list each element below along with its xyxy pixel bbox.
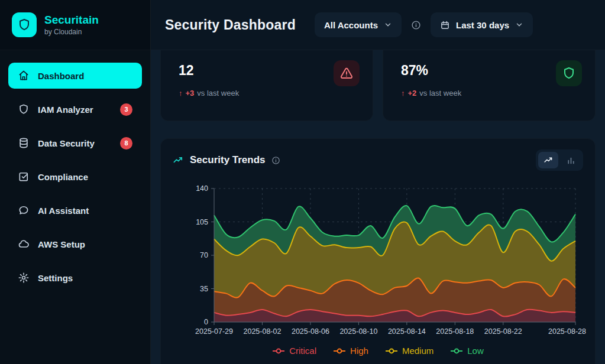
home-icon (18, 70, 30, 82)
delta-value: +3 (186, 89, 195, 98)
content-scroll-area[interactable]: 12 ↑ +3 vs last week 87% ↑ +2 vs last we… (151, 50, 605, 364)
chevron-down-icon (515, 21, 523, 29)
sidebar-item-dashboard[interactable]: Dashboard (8, 63, 142, 89)
x-axis-tick-label: 2025-08-18 (436, 327, 474, 336)
x-axis-tick-label: 2025-08-06 (292, 327, 329, 336)
securitain-logo-icon (12, 12, 37, 37)
delta-caption: vs last week (197, 89, 239, 98)
x-axis-tick-label: 2025-08-14 (388, 327, 426, 336)
sidebar-item-label: IAM Analyzer (38, 105, 93, 115)
security-trends-chart: 035701051402025-07-292025-08-022025-08-0… (214, 188, 575, 322)
sidebar-item-compliance[interactable]: Compliance (8, 164, 142, 190)
legend-label: Low (467, 346, 484, 356)
stat-value: 87% (401, 63, 582, 79)
date-range-dropdown[interactable]: Last 30 days (431, 12, 533, 37)
arrow-up-icon: ↑ (401, 89, 405, 98)
sidebar-item-settings[interactable]: Settings (8, 265, 142, 291)
stat-value: 12 (179, 63, 360, 79)
account-filter-label: All Accounts (324, 20, 378, 30)
y-axis-tick-label: 0 (204, 318, 208, 326)
arrow-up-icon: ↑ (179, 89, 183, 98)
y-axis-tick-label: 70 (200, 251, 208, 259)
stats-row: 12 ↑ +3 vs last week 87% ↑ +2 vs last we… (160, 50, 596, 121)
delta-value: +2 (408, 89, 417, 98)
x-axis-tick-label: 2025-07-29 (195, 327, 233, 336)
check-square-icon (18, 171, 30, 183)
legend-marker-icon (333, 347, 346, 355)
chevron-down-icon (384, 21, 392, 29)
x-axis-tick-label: 2025-08-10 (339, 327, 377, 336)
brand-text: Securitain by Cloudain (44, 14, 99, 36)
calendar-icon (440, 20, 450, 30)
sidebar-item-label: AI Assistant (38, 206, 89, 216)
legend-item-medium[interactable]: Medium (385, 346, 433, 356)
legend-marker-icon (450, 347, 463, 355)
x-axis-tick-label: 2025-08-22 (484, 327, 522, 336)
info-icon[interactable] (271, 156, 280, 165)
alert-triangle-icon (334, 60, 360, 86)
sidebar-item-ai-assistant[interactable]: AI Assistant (8, 197, 142, 223)
shield-icon (18, 103, 30, 115)
chart-legend: CriticalHighMediumLow (173, 346, 583, 356)
topbar: Security Dashboard All Accounts Last 30 … (151, 0, 605, 50)
legend-label: Critical (289, 346, 316, 356)
security-trends-card: Security Trends 035701051402025-07-29202… (160, 138, 596, 364)
notification-badge: 8 (120, 137, 132, 150)
y-axis-tick-label: 35 (200, 285, 208, 293)
main-area: Security Dashboard All Accounts Last 30 … (151, 0, 605, 364)
legend-label: High (350, 346, 368, 356)
database-icon (18, 137, 30, 149)
stat-delta: ↑ +2 vs last week (401, 89, 582, 98)
sidebar-item-label: Data Security (38, 138, 95, 148)
sidebar-item-aws-setup[interactable]: AWS Setup (8, 231, 142, 257)
page-title: Security Dashboard (165, 17, 296, 33)
legend-item-low[interactable]: Low (450, 346, 484, 356)
brand-byline: by Cloudain (44, 28, 99, 36)
sidebar-item-label: Compliance (38, 172, 88, 182)
sidebar-item-label: Settings (38, 273, 73, 283)
gear-icon (18, 272, 30, 284)
notification-badge: 3 (120, 103, 132, 116)
brand-name: Securitain (44, 14, 99, 27)
sidebar-nav: DashboardIAM Analyzer3Data Security8Comp… (0, 50, 150, 303)
brand-header: Securitain by Cloudain (0, 0, 150, 50)
sidebar-item-iam-analyzer[interactable]: IAM Analyzer3 (8, 96, 142, 122)
x-axis-tick-label: 2025-08-02 (243, 327, 281, 336)
stat-card-security-score: 87% ↑ +2 vs last week (383, 50, 596, 121)
legend-marker-icon (385, 347, 398, 355)
trending-up-icon (173, 155, 184, 166)
sidebar-item-label: AWS Setup (38, 239, 85, 249)
delta-caption: vs last week (419, 89, 461, 98)
legend-item-critical[interactable]: Critical (272, 346, 316, 356)
chat-icon (18, 204, 30, 216)
x-axis-tick-label: 2025-08-28 (548, 327, 586, 336)
info-icon[interactable] (411, 20, 421, 30)
chart-view-toggle (536, 150, 583, 171)
bar-chart-view-button[interactable] (561, 152, 581, 168)
shield-icon (556, 60, 582, 86)
chart-title: Security Trends (190, 154, 266, 166)
line-chart-view-button[interactable] (538, 152, 558, 168)
sidebar-item-label: Dashboard (38, 71, 84, 81)
chart-plot-wrapper: 035701051402025-07-292025-08-022025-08-0… (173, 188, 583, 322)
stat-card-critical-findings: 12 ↑ +3 vs last week (160, 50, 373, 121)
stat-delta: ↑ +3 vs last week (179, 89, 360, 98)
legend-marker-icon (272, 347, 285, 355)
sidebar: Securitain by Cloudain DashboardIAM Anal… (0, 0, 151, 364)
legend-item-high[interactable]: High (333, 346, 368, 356)
legend-label: Medium (402, 346, 433, 356)
date-range-label: Last 30 days (456, 20, 509, 30)
chart-header: Security Trends (173, 150, 583, 171)
sidebar-item-data-security[interactable]: Data Security8 (8, 130, 142, 156)
account-filter-dropdown[interactable]: All Accounts (315, 12, 402, 37)
y-axis-tick-label: 140 (196, 184, 208, 193)
cloud-icon (18, 238, 30, 250)
y-axis-tick-label: 105 (196, 218, 208, 226)
